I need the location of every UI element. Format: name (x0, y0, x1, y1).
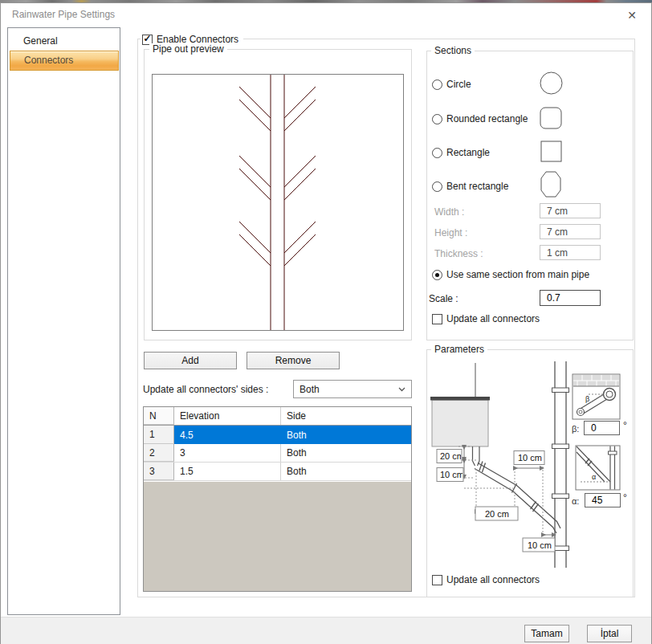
parameters-caption: Parameters (431, 344, 487, 355)
sides-dropdown[interactable]: Both (293, 380, 412, 398)
sidebar-item-connectors[interactable]: Connectors (10, 51, 119, 71)
height-label: Height : (434, 227, 467, 238)
table-row[interactable]: 2 3 Both (144, 444, 411, 463)
table-header-n: N (144, 407, 174, 425)
sections-update-all-label: Update all connectors (446, 313, 540, 324)
scale-label: Scale : (429, 293, 458, 304)
table-header-elevation: Elevation (174, 407, 281, 425)
rounded-rectangle-shape-icon (540, 107, 562, 129)
thickness-label: Thickness : (434, 248, 483, 259)
params-update-all-checkbox[interactable] (432, 575, 442, 585)
circle-shape-icon (540, 71, 563, 95)
sidebar-item-general[interactable]: General (10, 31, 119, 51)
ok-button[interactable]: Tamam (524, 625, 569, 642)
check-icon: ✓ (143, 35, 151, 43)
scale-value: 0.7 (547, 292, 560, 304)
window-title: Rainwater Pipe Settings (12, 9, 115, 20)
row-number-cell[interactable]: 2 (144, 444, 174, 462)
rectangle-shape-icon (540, 141, 562, 162)
remove-button-label: Remove (275, 355, 312, 366)
side-cell[interactable]: Both (281, 463, 411, 480)
thickness-value: 1 cm (547, 247, 568, 259)
alpha-symbol: α (592, 473, 596, 481)
beta-degree-unit: ° (623, 420, 627, 431)
table-row[interactable]: 3 1.5 Both (144, 463, 411, 481)
radio-bent-rectangle[interactable]: Bent rectangle (432, 181, 508, 192)
table-header-side: Side (281, 407, 411, 425)
scale-input[interactable]: 0.7 (540, 290, 601, 306)
radio-circle-label: Circle (446, 79, 471, 90)
side-cell[interactable]: Both (281, 444, 411, 462)
beta-symbol: β (585, 395, 589, 403)
radio-rounded-rectangle-label: Rounded rectangle (446, 113, 528, 124)
width-field: 7 cm (540, 203, 601, 218)
radio-rectangle[interactable]: Rectangle (432, 147, 490, 158)
alpha-degree-unit: ° (623, 492, 627, 503)
add-button[interactable]: Add (144, 352, 237, 369)
use-same-section-label: Use same section from main pipe (446, 269, 589, 280)
add-button-label: Add (181, 355, 198, 366)
dialog-footer: Tamam İptal (1, 617, 651, 644)
sidebar-item-label: Connectors (24, 55, 73, 66)
dim-label-20cm-left: 20 cm (440, 451, 464, 461)
row-number-cell[interactable]: 3 (144, 463, 174, 480)
alpha-angle-diagram: α (576, 446, 620, 490)
close-button[interactable]: ✕ (625, 8, 639, 22)
table-empty-area (144, 482, 411, 591)
radio-use-same-section-control[interactable] (432, 270, 442, 280)
alpha-value: 45 (592, 495, 602, 506)
row-number-cell[interactable]: 1 (144, 426, 174, 444)
chevron-down-icon (398, 387, 405, 392)
radio-rounded-rectangle-control[interactable] (432, 114, 442, 124)
radio-rectangle-control[interactable] (432, 148, 442, 158)
beta-angle-diagram: β (573, 374, 620, 419)
elevation-cell[interactable]: 4.5 (174, 426, 281, 444)
height-value: 7 cm (547, 226, 568, 238)
cancel-button[interactable]: İptal (587, 625, 632, 642)
radio-circle-control[interactable] (432, 79, 442, 90)
elevation-cell[interactable]: 1.5 (174, 463, 281, 480)
thickness-field: 1 cm (540, 245, 601, 260)
sides-dropdown-value: Both (300, 384, 320, 395)
cancel-button-label: İptal (601, 628, 619, 639)
radio-bent-rectangle-control[interactable] (432, 181, 442, 192)
beta-input-label: β: (572, 424, 579, 434)
beta-input[interactable]: 0 (584, 421, 620, 435)
sections-caption: Sections (431, 45, 475, 56)
remove-button[interactable]: Remove (247, 352, 340, 369)
params-update-all-label: Update all connectors (446, 574, 540, 585)
width-label: Width : (434, 206, 464, 218)
alpha-input[interactable]: 45 (585, 493, 621, 507)
pipe-preview-caption: Pipe out preview (149, 43, 227, 55)
sections-update-all-row[interactable]: Update all connectors (432, 313, 540, 324)
radio-bent-rectangle-label: Bent rectangle (446, 181, 508, 192)
dim-label-10cm-left: 10 cm (440, 470, 464, 479)
dialog-window: Rainwater Pipe Settings ✕ General Connec… (0, 2, 652, 644)
rainwater-pipe-settings-dialog: Rainwater Pipe Settings ✕ General Connec… (0, 0, 652, 644)
alpha-input-label: α: (572, 496, 579, 506)
side-cell[interactable]: Both (281, 426, 411, 444)
ok-button-label: Tamam (531, 628, 562, 639)
dim-label-10cm-bottom: 10 cm (528, 540, 552, 550)
params-update-all-row[interactable]: Update all connectors (432, 574, 540, 585)
sections-update-all-checkbox[interactable] (432, 314, 442, 324)
sidebar-item-label: General (23, 35, 58, 47)
update-sides-label: Update all connectors' sides : (143, 384, 268, 395)
height-field: 7 cm (540, 224, 601, 239)
elevation-table[interactable]: N Elevation Side 1 4.5 Both 2 3 Both 3 1… (143, 406, 412, 592)
width-value: 7 cm (547, 206, 568, 217)
radio-use-same-section[interactable]: Use same section from main pipe (432, 269, 589, 280)
close-icon: ✕ (627, 9, 637, 22)
pipe-preview-canvas (152, 74, 404, 331)
pipe-preview-drawing (153, 75, 403, 330)
bent-rectangle-shape-icon (540, 171, 561, 198)
beta-value: 0 (591, 422, 597, 434)
radio-circle[interactable]: Circle (432, 79, 471, 90)
elevation-cell[interactable]: 3 (174, 444, 281, 462)
table-row[interactable]: 1 4.5 Both (144, 426, 411, 444)
radio-rounded-rectangle[interactable]: Rounded rectangle (432, 113, 528, 124)
radio-rectangle-label: Rectangle (446, 147, 490, 158)
table-header-row: N Elevation Side (144, 407, 411, 426)
parameters-diagram: 20 cm 10 cm 10 cm 20 cm 10 cm (430, 361, 630, 570)
dim-label-20cm-bottom: 20 cm (485, 509, 509, 519)
